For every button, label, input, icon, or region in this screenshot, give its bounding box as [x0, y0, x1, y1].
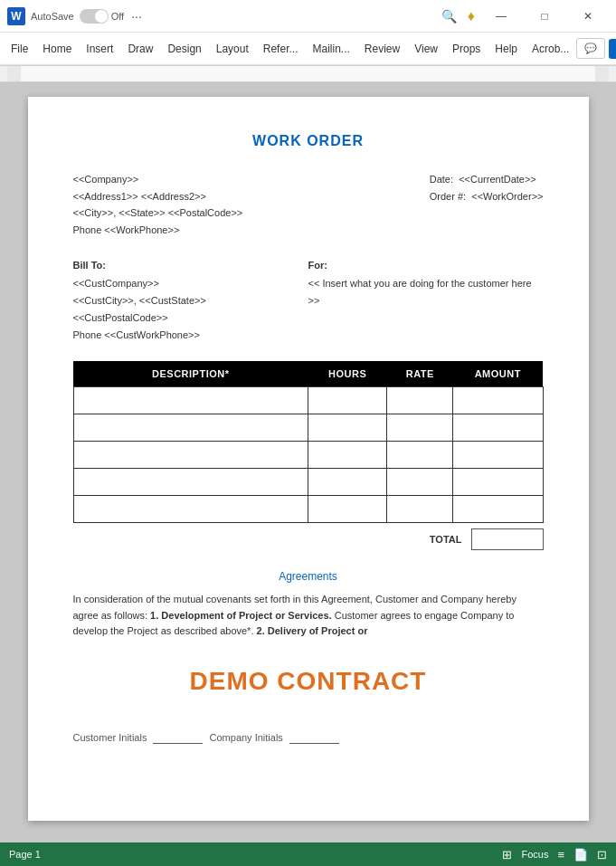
cell-amount-5[interactable]	[453, 496, 543, 523]
cell-rate-5[interactable]	[387, 496, 453, 523]
ruler-inner	[7, 66, 609, 81]
more-options-icon[interactable]: ···	[131, 9, 142, 24]
cell-desc-2[interactable]	[73, 414, 308, 442]
cust-city-state: <<CustCity>>, <<CustState>>	[73, 292, 308, 309]
view-icon-4[interactable]: ⊡	[597, 848, 607, 861]
company-name: <<Company>>	[73, 171, 243, 188]
table-row	[73, 496, 543, 523]
search-icon[interactable]: 🔍	[437, 4, 462, 29]
cell-hours-5[interactable]	[308, 496, 387, 523]
tab-acrobat[interactable]: Acrob...	[525, 33, 576, 65]
cell-desc-4[interactable]	[73, 469, 308, 496]
billing-section: Bill To: <<CustCompany>> <<CustCity>>, <…	[73, 257, 544, 343]
view-icon-2[interactable]: ≡	[557, 848, 564, 861]
tab-review[interactable]: Review	[357, 33, 407, 65]
autosave-label: AutoSave	[31, 11, 74, 22]
for-label: For:	[308, 257, 544, 274]
tab-draw[interactable]: Draw	[120, 33, 160, 65]
tab-view[interactable]: View	[407, 33, 445, 65]
cell-hours-3[interactable]	[308, 442, 387, 469]
autosave-toggle[interactable]: Off	[80, 9, 124, 24]
tab-home[interactable]: Home	[35, 33, 79, 65]
cell-hours-2[interactable]	[308, 414, 387, 442]
view-icon-1[interactable]: ⊞	[502, 848, 512, 861]
cell-amount-2[interactable]	[453, 414, 543, 442]
date-value: <<CurrentDate>>	[459, 174, 536, 185]
tab-references[interactable]: Refer...	[256, 33, 306, 65]
for-section: For: << Insert what you are doing for th…	[308, 257, 544, 343]
initials-row: Customer Initials Company Initials	[73, 732, 544, 744]
status-icons: ⊞ Focus ≡ 📄 ⊡	[502, 848, 607, 861]
col-amount: AMOUNT	[453, 361, 543, 387]
cell-rate-2[interactable]	[387, 414, 453, 442]
cell-desc-1[interactable]	[73, 387, 308, 414]
document-page: WORK ORDER <<Company>> <<Address1>> <<Ad…	[28, 97, 589, 821]
close-button[interactable]: ✕	[567, 0, 609, 33]
cell-hours-4[interactable]	[308, 469, 387, 496]
bill-to-section: Bill To: <<CustCompany>> <<CustCity>>, <…	[73, 257, 308, 343]
header-info: <<Company>> <<Address1>> <<Address2>> <<…	[73, 171, 544, 239]
cell-desc-5[interactable]	[73, 496, 308, 523]
customer-initials-label: Customer Initials	[73, 732, 147, 743]
toggle-off-label: Off	[111, 11, 124, 22]
tab-file[interactable]: File	[4, 33, 35, 65]
cell-amount-3[interactable]	[453, 442, 543, 469]
company-address: <<Address1>> <<Address2>>	[73, 188, 243, 205]
work-order-title: WORK ORDER	[73, 133, 544, 149]
cell-hours-1[interactable]	[308, 387, 387, 414]
work-table: DESCRIPTION* HOURS RATE AMOUNT	[73, 361, 544, 523]
ribbon-extra-actions: 💬 ✏️ Editing ▾	[576, 38, 616, 59]
toggle-thumb	[95, 10, 108, 23]
order-line: Order #: <<WorkOrder>>	[430, 188, 544, 205]
total-area: TOTAL	[73, 523, 544, 556]
order-label: Order #:	[430, 191, 466, 202]
main-area: WORK ORDER <<Company>> <<Address1>> <<Ad…	[0, 82, 616, 842]
total-box[interactable]	[471, 528, 544, 550]
tab-design[interactable]: Design	[160, 33, 208, 65]
tab-insert[interactable]: Insert	[79, 33, 120, 65]
cell-rate-4[interactable]	[387, 469, 453, 496]
table-row	[73, 442, 543, 469]
gem-icon[interactable]: ♦	[468, 8, 475, 24]
company-initials-line[interactable]	[289, 732, 339, 744]
date-label: Date:	[430, 174, 453, 185]
status-bar: Page 1 ⊞ Focus ≡ 📄 ⊡	[0, 842, 616, 866]
company-city-state: <<City>>, <<State>> <<PostalCode>>	[73, 205, 243, 222]
tab-help[interactable]: Help	[488, 33, 525, 65]
focus-label[interactable]: Focus	[521, 849, 548, 860]
page-number: Page 1	[9, 849, 41, 860]
bill-to-label: Bill To:	[73, 257, 308, 274]
agreement-item2: 2. Delivery of Project or	[257, 625, 368, 636]
share-button[interactable]: 💬	[576, 38, 605, 59]
company-phone: Phone <<WorkPhone>>	[73, 222, 243, 239]
tab-layout[interactable]: Layout	[209, 33, 256, 65]
cell-desc-3[interactable]	[73, 442, 308, 469]
cell-amount-4[interactable]	[453, 469, 543, 496]
demo-contract-label: DEMO CONTRACT	[73, 667, 544, 696]
for-text: << Insert what you are doing for the cus…	[308, 275, 544, 309]
company-initials-label: Company Initials	[210, 732, 283, 743]
cell-rate-3[interactable]	[387, 442, 453, 469]
tab-mailings[interactable]: Mailin...	[305, 33, 356, 65]
tab-props[interactable]: Props	[445, 33, 488, 65]
toggle-track	[80, 9, 109, 24]
total-label: TOTAL	[430, 534, 471, 545]
agreements-text: In consideration of the mutual covenants…	[73, 592, 544, 640]
col-hours: HOURS	[308, 361, 387, 387]
ruler	[0, 66, 616, 82]
company-info: <<Company>> <<Address1>> <<Address2>> <<…	[73, 171, 243, 239]
share-icon: 💬	[584, 43, 597, 54]
cust-phone: Phone <<CustWorkPhone>>	[73, 327, 308, 344]
minimize-button[interactable]: —	[480, 0, 522, 33]
cell-rate-1[interactable]	[387, 387, 453, 414]
ribbon-tabs: File Home Insert Draw Design Layout Refe…	[0, 33, 616, 65]
maximize-button[interactable]: □	[524, 0, 565, 33]
customer-initials-line[interactable]	[153, 732, 203, 744]
agreement-item1: 1. Development of Project or Services.	[150, 610, 332, 621]
cell-amount-1[interactable]	[453, 387, 543, 414]
work-table-wrapper: DESCRIPTION* HOURS RATE AMOUNT	[73, 361, 544, 523]
editing-button[interactable]: ✏️ Editing ▾	[609, 39, 616, 59]
agreements-title: Agreements	[73, 570, 544, 583]
order-info: Date: <<CurrentDate>> Order #: <<WorkOrd…	[430, 171, 544, 239]
view-icon-3[interactable]: 📄	[573, 848, 588, 861]
